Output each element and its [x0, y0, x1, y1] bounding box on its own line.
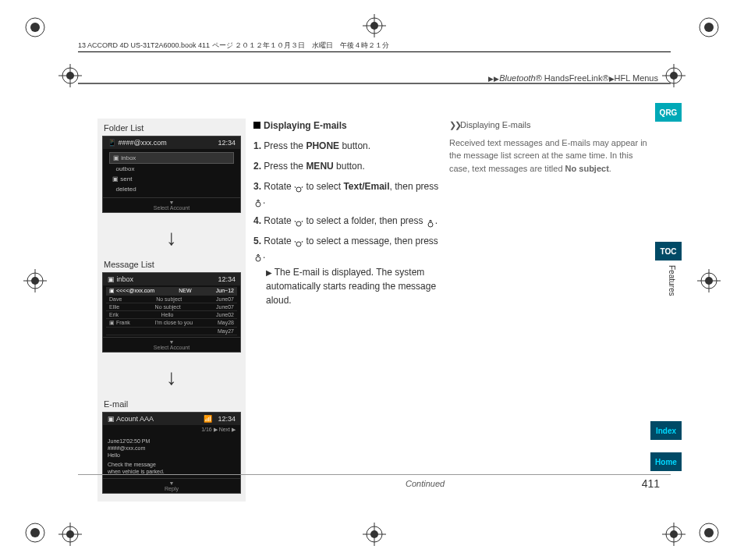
select-account-footer: ▼Select Account: [103, 197, 240, 212]
folder-item: outbox: [109, 164, 234, 174]
msg-row: EllieNo subjectJune07: [106, 303, 237, 311]
svg-point-15: [705, 277, 713, 285]
reg-mark-icon: [697, 16, 721, 39]
crumb-menus: HFL Menus: [615, 73, 658, 83]
message-list-screen: ▣ inbox 12:34 ▣ <<<<@xxx.comNEWJun~12 Da…: [102, 272, 241, 353]
svg-point-42: [296, 222, 301, 226]
step-5-sub: ▶ The E-mail is displayed. The system au…: [253, 265, 441, 307]
arrow-down-icon: ↓: [97, 221, 246, 255]
email-nav: 1/16 ▶ Next ▶: [103, 425, 240, 434]
inbox-text: ▣ inbox: [108, 275, 133, 283]
svg-point-44: [296, 242, 301, 246]
email-screen: ▣ Acount AAA 📶 12:34 1/16 ▶ Next ▶ June1…: [102, 412, 241, 494]
clock-text: 12:34: [218, 139, 236, 147]
tab-index[interactable]: Index: [650, 421, 682, 440]
signal-icon: 📶 12:34: [204, 415, 236, 423]
svg-point-27: [66, 530, 74, 538]
svg-point-11: [31, 277, 39, 285]
svg-point-39: [670, 72, 678, 80]
continued-text: Continued: [406, 479, 445, 488]
email-body: June12'02:50 PM ####@xxx.com Hello Check…: [103, 434, 240, 478]
rotate-dial-icon: [294, 218, 303, 225]
instruction-column: Displaying E-mails 1. Press the PHONE bu…: [253, 119, 441, 314]
footer-rule: [78, 474, 671, 475]
press-dial-icon: [253, 252, 263, 260]
side-note: ❯❯Displaying E-mails Received text messa…: [449, 119, 652, 175]
folder-item: ▣ inbox: [109, 152, 234, 164]
rotate-dial-icon: [294, 183, 303, 191]
msg-row: DaveNo subjectJune07: [106, 296, 237, 303]
triangle-icon: ▶: [609, 75, 615, 83]
step-1: 1. Press the PHONE button.: [253, 139, 441, 153]
step-5: 5. Rotate to select a message, then pres…: [253, 234, 441, 307]
msg-row: ▣ FrankI'm close to youMay28: [106, 319, 237, 328]
breadcrumb: ▶▶Bluetooth® HandsFreeLink®▶HFL Menus: [488, 73, 658, 83]
note-heading: ❯❯Displaying E-mails: [449, 119, 652, 132]
email-label: E-mail: [97, 395, 246, 412]
step-2: 2. Press the MENU button.: [253, 159, 441, 173]
header-text: 13 ACCORD 4D US-31T2A6000.book 411 ページ ２…: [78, 41, 389, 51]
svg-point-23: [370, 22, 378, 30]
svg-point-5: [30, 528, 40, 537]
reg-mark-icon: [363, 523, 386, 546]
note-body: Received text messages and E-mails may a…: [449, 136, 652, 175]
crumb-bluetooth: Bluetooth: [499, 73, 535, 83]
svg-point-19: [370, 530, 378, 538]
reg-mark-icon: [58, 523, 82, 546]
triangle-icon: ▶: [266, 268, 275, 277]
reg-mark-icon: [363, 14, 386, 37]
svg-point-35: [66, 72, 74, 80]
header-rule: [78, 51, 671, 52]
reg-mark-icon: [23, 16, 47, 39]
tab-toc[interactable]: TOC: [655, 242, 682, 261]
left-column: Folder List 📱 ####@xxx.com 12:34 ▣ inbox…: [97, 119, 246, 502]
account-text: ####@xxx.com: [119, 139, 167, 147]
arrow-down-icon: ↓: [97, 360, 246, 395]
phone-icon: 📱 ####@xxx.com: [108, 139, 167, 147]
svg-point-3: [704, 23, 714, 32]
msg-header-row: ▣ <<<<@xxx.comNEWJun~12: [106, 287, 237, 296]
reg-mark-icon: [23, 521, 47, 544]
select-account-footer: ▼Select Account: [103, 337, 240, 352]
tab-qrg[interactable]: QRG: [655, 103, 682, 122]
reg-mark-icon: [662, 523, 686, 546]
svg-point-31: [670, 530, 678, 538]
svg-point-7: [704, 528, 714, 537]
reply-footer: ▼Reply: [103, 478, 240, 493]
double-chevron-icon: ❯❯: [449, 120, 460, 129]
reg-mark-icon: [697, 521, 721, 544]
folder-list-label: Folder List: [97, 119, 246, 136]
section-heading: Displaying E-mails: [253, 119, 441, 133]
message-list-label: Message List: [97, 255, 246, 272]
svg-point-41: [256, 202, 260, 207]
svg-point-45: [256, 257, 260, 261]
reg-mark-icon: [23, 269, 47, 292]
folder-list-screen: 📱 ####@xxx.com 12:34 ▣ inbox outbox ▣ se…: [102, 136, 241, 213]
svg-point-43: [428, 222, 433, 227]
account-text: ▣ Acount AAA: [108, 415, 154, 423]
msg-row: May27: [106, 328, 237, 335]
triangle-icon: ▶▶: [488, 75, 499, 83]
svg-point-40: [296, 187, 301, 192]
svg-point-1: [30, 23, 40, 32]
crumb-hfl: HandsFreeLink®: [542, 73, 609, 83]
tab-home[interactable]: Home: [650, 452, 682, 471]
folder-item: deleted: [109, 184, 234, 194]
clock-text: 12:34: [218, 275, 236, 283]
page-band: [78, 83, 671, 84]
reg-mark-icon: [697, 269, 721, 292]
rotate-dial-icon: [294, 238, 303, 246]
press-dial-icon: [253, 197, 263, 205]
press-dial-icon: [426, 218, 435, 225]
msg-row: ErikHelloJune02: [106, 311, 237, 319]
square-bullet-icon: [253, 122, 260, 129]
step-4: 4. Rotate to select a folder, then press…: [253, 214, 441, 228]
page-number: 411: [642, 477, 660, 490]
tab-features: Features: [668, 265, 676, 296]
folder-item: ▣ sent: [109, 174, 234, 184]
step-3: 3. Rotate to select Text/Email, then pre…: [253, 179, 441, 207]
